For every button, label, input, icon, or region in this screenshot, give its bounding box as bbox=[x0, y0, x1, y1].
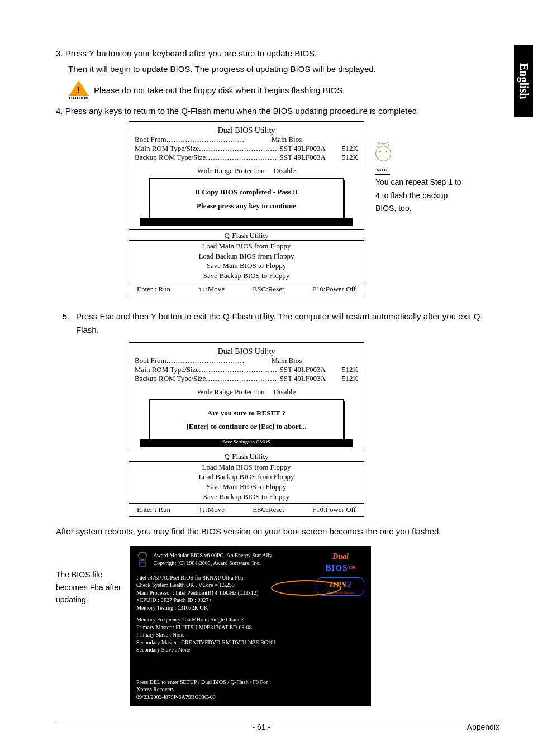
bios2-footer-esc: ESC:Reset bbox=[253, 505, 284, 514]
bios1-mainrom-val: SST 49LF003A bbox=[278, 144, 326, 153]
note-block: NOTE You can repeat Step 1 to 4 to flash… bbox=[375, 146, 465, 216]
boot-footer-3: 09/23/2003-i875P-6A79BG03C-00 bbox=[136, 693, 364, 701]
fba-note: The BIOS file becomes Fba after updating… bbox=[56, 546, 123, 706]
boot-logos: Dual BIOS™ DPS2 Dual Power System bbox=[317, 552, 364, 596]
language-tab: English bbox=[514, 45, 533, 117]
boot-line-8: Primary Slave : None bbox=[136, 631, 364, 639]
bios2-mainrom-label: Main ROM Type/Size bbox=[135, 365, 199, 374]
bios1-footer-f10: F10:Power Off bbox=[312, 285, 356, 294]
bios2-footer-enter: Enter : Run bbox=[137, 505, 170, 514]
boot-line-10: Secondary Slave : None bbox=[136, 646, 364, 654]
bios1-menu-item: Load Main BIOS from Floppy bbox=[129, 241, 364, 251]
epa-icon bbox=[136, 552, 149, 570]
bios2-subtitle: Q-Flash Utility bbox=[129, 451, 364, 461]
boot-line-6: Memory Frequency 266 MHz in Single Chann… bbox=[136, 616, 364, 624]
bios2-wide-range: Wide Range Protection bbox=[197, 387, 265, 396]
step-3-line2: Then it will begin to update BIOS. The p… bbox=[68, 63, 499, 76]
svg-rect-1 bbox=[140, 561, 145, 566]
bios2-backuprom-size: 512K bbox=[326, 374, 358, 383]
bios1-bootfrom-val: Main Bios bbox=[245, 135, 326, 144]
bios1-message-box: !! Copy BIOS completed - Pass !! Please … bbox=[150, 179, 343, 218]
bios-panel-1: Dual BIOS Utility Boot From Main Bios Ma… bbox=[129, 121, 364, 296]
boot-header1: Award Modular BIOS v6.00PG, An Energy St… bbox=[154, 552, 273, 559]
bios2-footer: Enter : Run ↑↓:Move ESC:Reset F10:Power … bbox=[129, 504, 364, 516]
bios2-menu-item: Load Main BIOS from Floppy bbox=[129, 462, 364, 472]
bios1-menu-item: Save Backup BIOS to Floppy bbox=[129, 271, 364, 281]
note-text: You can repeat Step 1 to 4 to flash the … bbox=[375, 176, 465, 216]
bios2-menu-item: Load Backup BIOS from Floppy bbox=[129, 472, 364, 482]
bios2-mainrom-val: SST 49LF003A bbox=[278, 365, 326, 374]
note-label: NOTE bbox=[375, 166, 390, 175]
bios1-footer-enter: Enter : Run bbox=[137, 285, 170, 294]
bios2-menu-item: Save Backup BIOS to Floppy bbox=[129, 492, 364, 502]
bios1-msg1: !! Copy BIOS completed - Pass !! bbox=[154, 185, 339, 199]
bios2-message-box: Are you sure to RESET ? [Enter] to conti… bbox=[150, 400, 343, 439]
bios1-wide-range-val: Disable bbox=[274, 166, 296, 175]
bios2-mainrom-size: 512K bbox=[326, 365, 358, 374]
boot-screen: Dual BIOS™ DPS2 Dual Power System bbox=[130, 546, 371, 706]
bios2-footer-move: ↑↓:Move bbox=[198, 505, 225, 514]
bios1-footer-esc: ESC:Reset bbox=[253, 285, 284, 294]
boot-header2: Copyright (C) 1984-2003, Award Software,… bbox=[154, 559, 273, 567]
bios1-mainrom-label: Main ROM Type/Size bbox=[135, 144, 199, 153]
bios2-wide-range-val: Disable bbox=[274, 387, 296, 396]
bios1-title: Dual BIOS Utility bbox=[135, 124, 358, 135]
bios2-bootfrom-label: Boot From bbox=[135, 356, 166, 365]
step-3-line1: 3. Press Y button on your keyboard after… bbox=[56, 47, 499, 60]
boot-footer-1: Press DEL to enter SETUP / Dual BIOS / Q… bbox=[136, 678, 364, 686]
boot-line-9: Secondary Master : CREATIVEDVD-RM DVD124… bbox=[136, 639, 364, 647]
bios1-menu: Load Main BIOS from Floppy Load Backup B… bbox=[129, 241, 364, 282]
boot-line-7: Primary Master : FUJITSU MPE3170AT ED-03… bbox=[136, 624, 364, 631]
bios1-backuprom-size: 512K bbox=[326, 153, 358, 162]
bios1-msg2: Please press any key to continue bbox=[154, 199, 339, 213]
bios2-title: Dual BIOS Utility bbox=[135, 345, 358, 356]
bios1-bootfrom-label: Boot From bbox=[135, 135, 166, 144]
bios1-menu-item: Load Backup BIOS from Floppy bbox=[129, 251, 364, 261]
caution-icon: ! CAUTION bbox=[67, 80, 91, 100]
boot-line-5: Memory Testing : 131072K OK bbox=[136, 604, 364, 612]
bios2-msg2: [Enter] to continure or [Esc] to abort..… bbox=[154, 420, 339, 434]
bios2-footer-f10: F10:Power Off bbox=[312, 505, 356, 514]
bios2-menu-item: Save Main BIOS to Floppy bbox=[129, 482, 364, 492]
dual-bios-logo: Dual BIOS™ bbox=[317, 552, 364, 574]
footer-section: Appendix bbox=[467, 722, 499, 731]
bios1-subtitle: Q-Flash Utility bbox=[129, 230, 364, 240]
svg-point-0 bbox=[139, 552, 146, 560]
bios1-wide-range: Wide Range Protection bbox=[197, 166, 265, 175]
bios1-mainrom-size: 512K bbox=[326, 144, 358, 153]
bios-panel-2: Dual BIOS Utility Boot From Main Bios Ma… bbox=[129, 342, 364, 518]
bios1-footer-move: ↑↓:Move bbox=[198, 285, 225, 294]
step-5-text: Press Esc and then Y button to exit the … bbox=[76, 310, 499, 337]
bios2-bootfrom-val: Main Bios bbox=[245, 356, 326, 365]
bios1-footer: Enter : Run ↑↓:Move ESC:Reset F10:Power … bbox=[129, 283, 364, 296]
caution-label: CAUTION bbox=[67, 96, 91, 100]
bios1-backuprom-label: Backup ROM Type/Size bbox=[135, 153, 206, 162]
after-reboot-text: After system reboots, you may find the B… bbox=[56, 525, 499, 538]
step-4: 4. Press any keys to return to the Q-Fla… bbox=[56, 104, 499, 118]
bios2-msg1: Are you sure to RESET ? bbox=[154, 406, 339, 420]
step-5-number: 5. bbox=[56, 310, 76, 337]
bios2-backuprom-val: SST 49LF003A bbox=[278, 374, 326, 383]
bios1-backuprom-val: SST 49LF003A bbox=[278, 153, 326, 162]
note-icon bbox=[375, 146, 391, 161]
page-number: - 61 - bbox=[252, 722, 270, 731]
boot-footer-2: Xpress Recovery bbox=[136, 686, 364, 693]
bios1-menu-item: Save Main BIOS to Floppy bbox=[129, 261, 364, 271]
boot-line-4: <CPUID : 0F27 Patch ID : 0027> bbox=[136, 596, 364, 604]
caution-text: Please do not take out the floppy disk w… bbox=[94, 84, 345, 97]
bios2-backuprom-label: Backup ROM Type/Size bbox=[135, 374, 206, 383]
bios2-menu: Load Main BIOS from Floppy Load Backup B… bbox=[129, 462, 364, 503]
dps-logo: DPS2 Dual Power System bbox=[317, 577, 364, 596]
